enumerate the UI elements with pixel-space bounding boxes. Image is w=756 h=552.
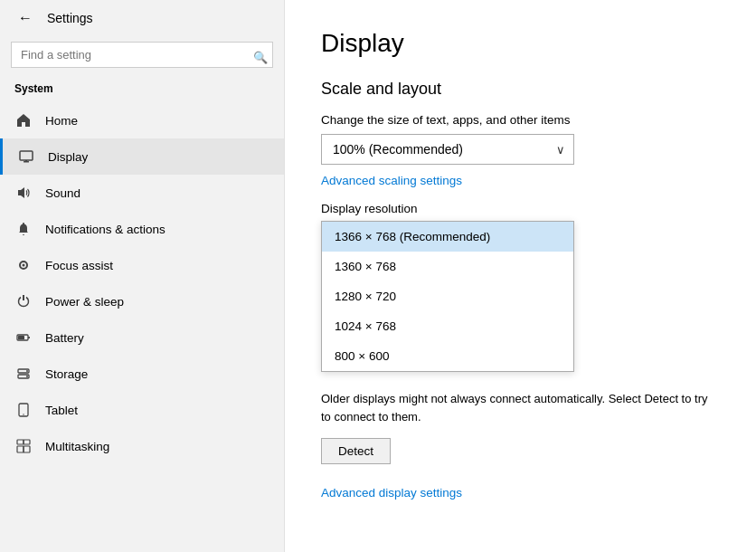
sidebar-item-display[interactable]: Display (0, 138, 284, 175)
multitasking-icon (14, 437, 33, 455)
sidebar-label-tablet: Tablet (45, 404, 78, 417)
sidebar-item-sound[interactable]: Sound (0, 175, 284, 211)
section-scale-title: Scale and layout (321, 80, 720, 99)
resolution-dropdown: 1366 × 768 (Recommended) 1360 × 768 1280… (321, 221, 574, 372)
resolution-option-1[interactable]: 1360 × 768 (322, 252, 573, 281)
main-content: Display Scale and layout Change the size… (285, 0, 756, 552)
sidebar: ← Settings 🔍 System Home Display Sound (0, 0, 285, 552)
sidebar-item-storage[interactable]: Storage (0, 356, 284, 392)
svg-rect-0 (20, 151, 33, 160)
resolution-option-3[interactable]: 1024 × 768 (322, 311, 573, 341)
sidebar-label-home: Home (45, 114, 78, 128)
search-icon[interactable]: 🔍 (253, 50, 268, 63)
sidebar-label-focus: Focus assist (45, 259, 113, 272)
system-section-label: System (0, 77, 284, 102)
sidebar-label-power: Power & sleep (45, 295, 124, 309)
storage-icon (14, 365, 33, 383)
svg-point-13 (23, 414, 24, 414)
sidebar-item-battery[interactable]: Battery (0, 319, 284, 356)
resolution-label: Display resolution (321, 202, 720, 215)
svg-rect-17 (24, 446, 30, 452)
page-title: Display (321, 29, 720, 58)
svg-rect-16 (17, 446, 24, 452)
resolution-option-2[interactable]: 1280 × 720 (322, 281, 573, 311)
tablet-icon (14, 401, 33, 419)
settings-title: Settings (47, 11, 93, 25)
svg-rect-6 (18, 336, 24, 339)
advanced-display-link[interactable]: Advanced display settings (321, 486, 720, 500)
sidebar-item-multitasking[interactable]: Multitasking (0, 428, 284, 464)
sidebar-nav: Home Display Sound Notifications & actio… (0, 102, 284, 464)
sidebar-label-sound: Sound (45, 186, 80, 200)
svg-rect-2 (25, 160, 27, 162)
svg-rect-14 (17, 440, 24, 444)
display-icon (17, 148, 35, 166)
svg-rect-15 (24, 440, 30, 444)
back-button[interactable]: ← (14, 8, 36, 28)
resolution-option-4[interactable]: 800 × 600 (322, 341, 573, 371)
focus-icon (14, 256, 33, 274)
svg-point-4 (23, 264, 25, 267)
sidebar-item-tablet[interactable]: Tablet (0, 392, 284, 428)
notifications-icon (14, 220, 33, 238)
sidebar-item-power[interactable]: Power & sleep (0, 283, 284, 319)
scale-dropdown[interactable]: 100% (Recommended) (321, 134, 574, 165)
sound-icon (14, 184, 33, 202)
svg-rect-7 (28, 337, 30, 338)
search-input[interactable] (11, 42, 273, 68)
sidebar-item-notifications[interactable]: Notifications & actions (0, 211, 284, 247)
sidebar-item-home[interactable]: Home (0, 102, 284, 138)
search-container: 🔍 (0, 36, 284, 77)
advanced-scaling-link[interactable]: Advanced scaling settings (321, 174, 720, 187)
sidebar-label-battery: Battery (45, 331, 84, 345)
power-icon (14, 292, 33, 310)
detect-note: Older displays might not always connect … (321, 390, 719, 425)
sidebar-header: ← Settings (0, 0, 284, 36)
svg-point-11 (26, 376, 28, 377)
battery-icon (14, 328, 33, 347)
svg-marker-3 (18, 187, 24, 198)
resolution-option-0[interactable]: 1366 × 768 (Recommended) (322, 222, 573, 252)
detect-button[interactable]: Detect (321, 438, 391, 464)
sidebar-label-storage: Storage (45, 367, 88, 381)
sidebar-label-display: Display (48, 150, 88, 164)
sidebar-item-focus[interactable]: Focus assist (0, 247, 284, 283)
home-icon (14, 111, 33, 129)
sidebar-label-notifications: Notifications & actions (45, 223, 165, 236)
sidebar-label-multitasking: Multitasking (45, 440, 109, 453)
scale-label: Change the size of text, apps, and other… (321, 113, 720, 127)
scale-dropdown-wrapper: 100% (Recommended) ∨ (321, 134, 574, 165)
svg-point-10 (26, 370, 28, 372)
